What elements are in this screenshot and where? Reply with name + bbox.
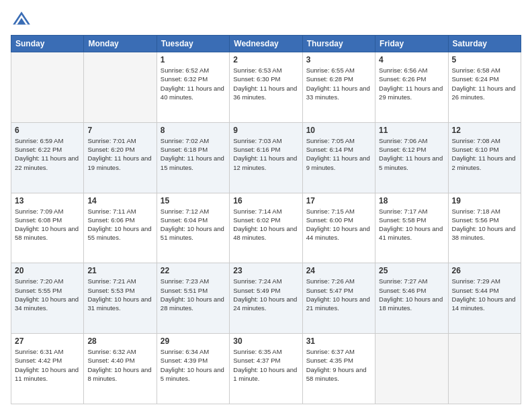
day-number: 12 [452, 126, 517, 135]
day-info: Sunrise: 7:08 AM Sunset: 6:10 PM Dayligh… [452, 136, 517, 172]
day-info: Sunrise: 7:05 AM Sunset: 6:14 PM Dayligh… [306, 136, 371, 172]
day-info: Sunrise: 7:24 AM Sunset: 5:49 PM Dayligh… [233, 277, 298, 312]
calendar-cell: 17Sunrise: 7:15 AM Sunset: 6:00 PM Dayli… [302, 193, 375, 263]
calendar-cell: 20Sunrise: 7:20 AM Sunset: 5:55 PM Dayli… [11, 263, 84, 334]
day-number: 31 [306, 336, 371, 346]
day-number: 2 [233, 55, 298, 64]
day-number: 14 [87, 196, 152, 205]
day-number: 23 [233, 266, 298, 275]
day-info: Sunrise: 6:32 AM Sunset: 4:40 PM Dayligh… [87, 347, 152, 383]
day-number: 13 [15, 196, 80, 205]
calendar-cell: 16Sunrise: 7:14 AM Sunset: 6:02 PM Dayli… [230, 193, 302, 263]
day-number: 6 [15, 126, 80, 135]
day-number: 16 [233, 196, 298, 205]
day-info: Sunrise: 7:20 AM Sunset: 5:55 PM Dayligh… [15, 277, 80, 312]
day-header-sunday: Sunday [11, 36, 84, 52]
calendar-cell: 11Sunrise: 7:06 AM Sunset: 6:12 PM Dayli… [375, 122, 448, 193]
day-number: 27 [15, 336, 80, 346]
calendar-cell: 26Sunrise: 7:29 AM Sunset: 5:44 PM Dayli… [448, 263, 521, 334]
day-number: 18 [379, 196, 444, 205]
day-info: Sunrise: 7:06 AM Sunset: 6:12 PM Dayligh… [379, 136, 444, 172]
day-number: 17 [306, 196, 371, 205]
day-info: Sunrise: 7:03 AM Sunset: 6:16 PM Dayligh… [233, 136, 298, 172]
week-row-2: 6Sunrise: 6:59 AM Sunset: 6:22 PM Daylig… [11, 122, 521, 193]
day-info: Sunrise: 7:23 AM Sunset: 5:51 PM Dayligh… [161, 277, 226, 312]
calendar-cell: 15Sunrise: 7:12 AM Sunset: 6:04 PM Dayli… [157, 193, 229, 263]
week-row-1: 1Sunrise: 6:52 AM Sunset: 6:32 PM Daylig… [11, 52, 521, 123]
day-header-thursday: Thursday [302, 36, 375, 52]
calendar-cell: 22Sunrise: 7:23 AM Sunset: 5:51 PM Dayli… [157, 263, 229, 334]
calendar-cell: 5Sunrise: 6:58 AM Sunset: 6:24 PM Daylig… [448, 52, 521, 123]
day-number: 7 [87, 126, 152, 135]
day-info: Sunrise: 7:15 AM Sunset: 6:00 PM Dayligh… [306, 207, 371, 242]
day-info: Sunrise: 7:02 AM Sunset: 6:18 PM Dayligh… [161, 136, 226, 172]
day-number: 5 [452, 55, 517, 64]
calendar-cell [375, 334, 448, 404]
calendar-cell: 31Sunrise: 6:37 AM Sunset: 4:35 PM Dayli… [302, 334, 375, 404]
calendar-cell: 28Sunrise: 6:32 AM Sunset: 4:40 PM Dayli… [84, 334, 157, 404]
calendar-cell: 27Sunrise: 6:31 AM Sunset: 4:42 PM Dayli… [11, 334, 84, 404]
day-info: Sunrise: 6:35 AM Sunset: 4:37 PM Dayligh… [233, 347, 298, 383]
day-number: 1 [161, 55, 226, 64]
calendar-cell: 8Sunrise: 7:02 AM Sunset: 6:18 PM Daylig… [157, 122, 229, 193]
day-info: Sunrise: 7:09 AM Sunset: 6:08 PM Dayligh… [15, 207, 80, 242]
header [11, 7, 521, 31]
calendar-cell [11, 52, 84, 123]
day-header-wednesday: Wednesday [230, 36, 302, 52]
week-row-4: 20Sunrise: 7:20 AM Sunset: 5:55 PM Dayli… [11, 263, 521, 334]
calendar-cell: 21Sunrise: 7:21 AM Sunset: 5:53 PM Dayli… [84, 263, 157, 334]
day-info: Sunrise: 6:52 AM Sunset: 6:32 PM Dayligh… [161, 66, 226, 101]
day-info: Sunrise: 6:53 AM Sunset: 6:30 PM Dayligh… [233, 66, 298, 101]
day-number: 20 [15, 266, 80, 275]
day-info: Sunrise: 6:58 AM Sunset: 6:24 PM Dayligh… [452, 66, 517, 101]
day-info: Sunrise: 6:34 AM Sunset: 4:39 PM Dayligh… [161, 347, 226, 383]
day-number: 26 [452, 266, 517, 275]
calendar-cell: 9Sunrise: 7:03 AM Sunset: 6:16 PM Daylig… [230, 122, 302, 193]
day-info: Sunrise: 6:59 AM Sunset: 6:22 PM Dayligh… [15, 136, 80, 172]
calendar-cell: 25Sunrise: 7:27 AM Sunset: 5:46 PM Dayli… [375, 263, 448, 334]
calendar-cell: 30Sunrise: 6:35 AM Sunset: 4:37 PM Dayli… [230, 334, 302, 404]
day-number: 10 [306, 126, 371, 135]
logo [11, 9, 35, 31]
calendar-cell: 24Sunrise: 7:26 AM Sunset: 5:47 PM Dayli… [302, 263, 375, 334]
calendar-cell [84, 52, 157, 123]
day-number: 15 [161, 196, 226, 205]
day-number: 24 [306, 266, 371, 275]
calendar-cell: 1Sunrise: 6:52 AM Sunset: 6:32 PM Daylig… [157, 52, 229, 123]
logo-icon [11, 9, 32, 31]
calendar-cell: 23Sunrise: 7:24 AM Sunset: 5:49 PM Dayli… [230, 263, 302, 334]
day-header-tuesday: Tuesday [157, 36, 229, 52]
calendar-cell [448, 334, 521, 404]
week-row-3: 13Sunrise: 7:09 AM Sunset: 6:08 PM Dayli… [11, 193, 521, 263]
day-number: 8 [161, 126, 226, 135]
day-number: 11 [379, 126, 444, 135]
calendar-cell: 19Sunrise: 7:18 AM Sunset: 5:56 PM Dayli… [448, 193, 521, 263]
days-header-row: SundayMondayTuesdayWednesdayThursdayFrid… [11, 36, 521, 52]
day-number: 30 [233, 336, 298, 346]
day-info: Sunrise: 7:26 AM Sunset: 5:47 PM Dayligh… [306, 277, 371, 312]
day-info: Sunrise: 6:56 AM Sunset: 6:26 PM Dayligh… [379, 66, 444, 101]
day-number: 21 [87, 266, 152, 275]
calendar-cell: 3Sunrise: 6:55 AM Sunset: 6:28 PM Daylig… [302, 52, 375, 123]
calendar-cell: 4Sunrise: 6:56 AM Sunset: 6:26 PM Daylig… [375, 52, 448, 123]
calendar-cell: 29Sunrise: 6:34 AM Sunset: 4:39 PM Dayli… [157, 334, 229, 404]
day-number: 29 [161, 336, 226, 346]
calendar-table: SundayMondayTuesdayWednesdayThursdayFrid… [11, 35, 521, 404]
day-header-friday: Friday [375, 36, 448, 52]
calendar-cell: 14Sunrise: 7:11 AM Sunset: 6:06 PM Dayli… [84, 193, 157, 263]
day-header-saturday: Saturday [448, 36, 521, 52]
day-number: 25 [379, 266, 444, 275]
day-info: Sunrise: 7:29 AM Sunset: 5:44 PM Dayligh… [452, 277, 517, 312]
day-info: Sunrise: 6:55 AM Sunset: 6:28 PM Dayligh… [306, 66, 371, 101]
page: SundayMondayTuesdayWednesdayThursdayFrid… [0, 0, 532, 411]
day-header-monday: Monday [84, 36, 157, 52]
calendar-cell: 12Sunrise: 7:08 AM Sunset: 6:10 PM Dayli… [448, 122, 521, 193]
day-info: Sunrise: 7:14 AM Sunset: 6:02 PM Dayligh… [233, 207, 298, 242]
calendar-cell: 2Sunrise: 6:53 AM Sunset: 6:30 PM Daylig… [230, 52, 302, 123]
day-number: 9 [233, 126, 298, 135]
day-info: Sunrise: 7:01 AM Sunset: 6:20 PM Dayligh… [87, 136, 152, 172]
week-row-5: 27Sunrise: 6:31 AM Sunset: 4:42 PM Dayli… [11, 334, 521, 404]
calendar-cell: 18Sunrise: 7:17 AM Sunset: 5:58 PM Dayli… [375, 193, 448, 263]
day-number: 28 [87, 336, 152, 346]
day-info: Sunrise: 6:37 AM Sunset: 4:35 PM Dayligh… [306, 347, 371, 383]
